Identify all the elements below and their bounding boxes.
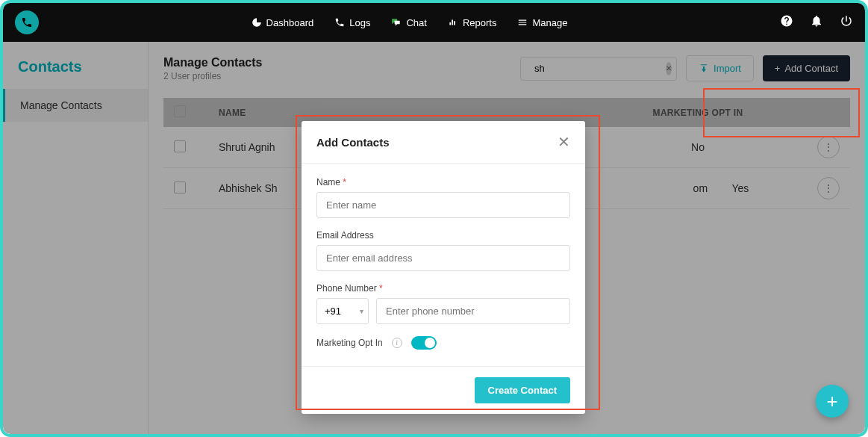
cell-optin: No [608, 141, 787, 153]
nav-dashboard-label: Dashboard [266, 17, 314, 28]
add-contact-modal: Add Contacts ✕ Name * Email Address Phon… [302, 121, 585, 414]
country-code-value: +91 [325, 306, 341, 317]
name-label: Name * [316, 177, 570, 187]
sidebar-item-manage-contacts[interactable]: Manage Contacts [3, 89, 148, 122]
pie-icon [252, 17, 262, 28]
row-checkbox[interactable] [174, 182, 186, 193]
nav-chat-label: Chat [406, 17, 426, 28]
download-icon [699, 63, 709, 74]
nav-manage[interactable]: Manage [517, 17, 567, 28]
create-contact-button[interactable]: Create Contact [475, 377, 570, 403]
required-star: * [379, 283, 383, 294]
column-optin: MARKETING OPT IN [608, 108, 787, 118]
bell-icon[interactable] [810, 14, 823, 31]
email-label: Email Address [316, 230, 570, 241]
country-code-select[interactable]: +91 ▾ [316, 298, 369, 324]
page-heading: Manage Contacts [163, 56, 511, 69]
sidebar-item-label: Manage Contacts [20, 99, 102, 111]
modal-header: Add Contacts ✕ [302, 121, 585, 164]
nav-logs[interactable]: Logs [334, 17, 370, 28]
optin-toggle[interactable] [411, 336, 437, 350]
modal-footer: Create Contact [302, 366, 585, 414]
search-input[interactable] [534, 63, 660, 74]
phone-label: Phone Number * [316, 283, 570, 294]
nav-dashboard[interactable]: Dashboard [252, 17, 314, 28]
bar-chart-icon [448, 17, 458, 28]
modal-body: Name * Email Address Phone Number * +91 … [302, 164, 585, 366]
add-contact-button[interactable]: + Add Contact [763, 55, 850, 81]
page-subheading: 2 User profiles [163, 71, 511, 81]
fab-add[interactable]: + [816, 385, 849, 418]
plus-icon: + [826, 390, 837, 413]
power-icon[interactable] [840, 14, 853, 31]
cell-optin: om Yes [608, 182, 787, 194]
nav-manage-label: Manage [532, 17, 567, 28]
help-icon[interactable] [780, 14, 793, 31]
email-input[interactable] [316, 245, 570, 271]
main-nav: Dashboard Logs Chat Reports Manage [39, 17, 780, 28]
app-frame: Dashboard Logs Chat Reports Manage [0, 0, 868, 437]
topbar: Dashboard Logs Chat Reports Manage [3, 3, 865, 42]
phone-icon [21, 16, 33, 28]
sidebar-title: Contacts [3, 42, 148, 89]
brand-logo[interactable] [15, 10, 39, 34]
chevron-down-icon: ▾ [360, 307, 363, 315]
menu-icon [517, 17, 528, 28]
nav-chat[interactable]: Chat [391, 17, 426, 28]
nav-reports[interactable]: Reports [448, 17, 497, 28]
clear-search-icon[interactable]: ✕ [666, 62, 672, 75]
name-input[interactable] [316, 192, 570, 218]
required-star: * [343, 177, 346, 187]
optin-label: Marketing Opt In [316, 338, 383, 348]
nav-reports-label: Reports [463, 17, 497, 28]
content-wrap: Contacts Manage Contacts Manage Contacts… [3, 42, 865, 434]
modal-title: Add Contacts [316, 136, 390, 149]
column-name: NAME [211, 108, 608, 118]
import-button[interactable]: Import [686, 55, 754, 81]
page-title-block: Manage Contacts 2 User profiles [163, 56, 511, 81]
topbar-right-icons [780, 14, 853, 31]
sidebar: Contacts Manage Contacts [3, 42, 149, 434]
row-checkbox[interactable] [174, 140, 186, 152]
main-header: Manage Contacts 2 User profiles ✕ Import… [163, 42, 850, 89]
phone-icon [334, 17, 345, 28]
add-contact-label: Add Contact [784, 63, 838, 74]
plus-icon: + [775, 63, 781, 74]
row-actions-icon[interactable]: ⋮ [817, 177, 840, 199]
nav-logs-label: Logs [349, 17, 370, 28]
phone-input[interactable] [376, 298, 570, 324]
info-icon[interactable]: i [392, 338, 402, 348]
cell-email-fragment: om [625, 182, 708, 194]
chat-icon [391, 17, 402, 28]
close-icon[interactable]: ✕ [558, 133, 570, 151]
create-contact-label: Create Contact [488, 385, 557, 396]
search-box[interactable]: ✕ [520, 57, 677, 81]
import-label: Import [714, 63, 741, 74]
row-actions-icon[interactable]: ⋮ [817, 136, 840, 158]
select-all-checkbox[interactable] [174, 105, 186, 117]
